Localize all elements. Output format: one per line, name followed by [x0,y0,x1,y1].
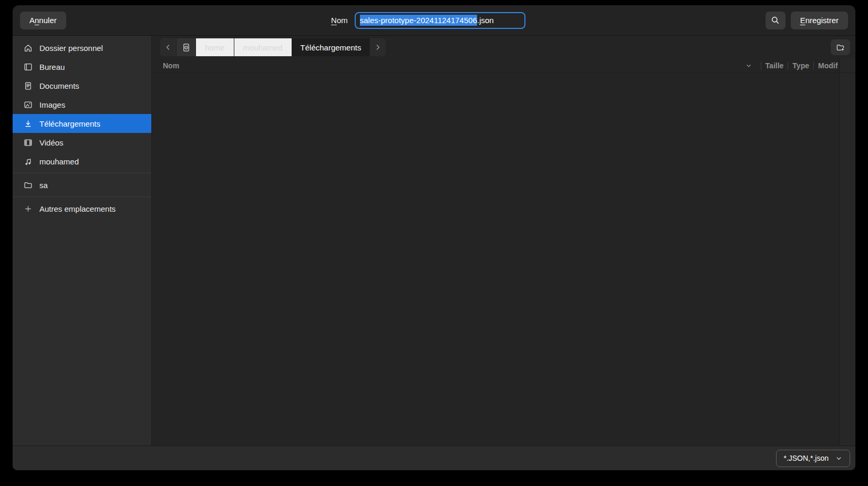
chevron-down-icon [835,454,843,462]
plus-icon [24,204,33,213]
image-icon [24,100,33,109]
headerbar-right-group: Enregistrer [766,12,848,29]
file-save-dialog: Annuler Nom sales-prototype-202411241745… [13,5,855,470]
column-header-modified[interactable]: Modif [818,61,839,70]
sidebar-item-label: Autres emplacements [39,204,116,213]
dialog-action-area: *.JSON,*.json [13,446,855,470]
sidebar-item-label: Téléchargements [39,119,100,128]
filter-value: *.JSON,*.json [783,454,829,462]
download-icon [24,119,33,128]
name-label-mnemonic: N [331,16,337,25]
search-icon [771,16,780,25]
desktop-icon [24,63,33,71]
save-label-post: nregistrer [805,16,839,25]
scrollbar-gutter [839,59,855,446]
chevron-left-icon [164,43,172,51]
column-divider [788,62,788,70]
column-header-name[interactable]: Nom [152,61,745,70]
sidebar-item-label: Dossier personnel [39,44,103,53]
column-header-right-group: Taille Type Modif [745,61,839,70]
folder-icon [24,181,33,190]
column-divider [761,62,761,70]
column-divider [813,62,814,70]
new-folder-button[interactable] [831,39,850,55]
file-type-filter-dropdown[interactable]: *.JSON,*.json [776,450,850,467]
cancel-label-pre: A [29,16,35,25]
filename-input[interactable]: sales-prototype-20241124174506.json [355,12,525,29]
sidebar-item-pictures[interactable]: Images [13,95,151,114]
home-icon [24,44,33,53]
file-browser-pane: home mouhamed Téléchargements [152,36,855,446]
screen-background: Annuler Nom sales-prototype-202411241745… [0,0,868,486]
breadcrumb-segment-home[interactable]: home [196,38,234,56]
column-header-size[interactable]: Taille [766,61,784,70]
sidebar-item-videos[interactable]: Vidéos [13,133,151,152]
path-forward-button[interactable] [370,38,386,56]
dialog-body: Dossier personnel Bureau [13,36,855,446]
sidebar-item-downloads[interactable]: Téléchargements [13,114,151,133]
chevron-down-icon[interactable] [745,62,752,69]
column-header-type[interactable]: Type [792,61,809,70]
chevron-right-icon [374,43,382,51]
filename-group: Nom sales-prototype-20241124174506.json [331,5,525,35]
sidebar-item-label: Images [39,100,65,109]
sidebar-item-label: sa [39,181,48,190]
drive-icon [182,43,191,52]
path-bar-row: home mouhamed Téléchargements [152,36,855,59]
sidebar-separator [13,173,151,173]
search-button[interactable] [766,12,786,29]
breadcrumb: home mouhamed Téléchargements [160,38,386,56]
breadcrumb-segment-mouhamed[interactable]: mouhamed [234,38,292,56]
film-icon [24,138,33,147]
breadcrumb-segment-telechargements[interactable]: Téléchargements [292,38,370,56]
sidebar-item-other-locations[interactable]: Autres emplacements [13,199,151,218]
file-list-empty-area[interactable] [152,73,855,446]
sidebar-item-label: Vidéos [39,138,64,147]
places-sidebar: Dossier personnel Bureau [13,36,152,446]
sidebar-item-sa-folder[interactable]: sa [13,175,151,194]
path-root-button[interactable] [177,38,195,56]
cancel-button[interactable]: Annuler [20,12,66,29]
save-button[interactable]: Enregistrer [791,12,848,29]
cancel-label-mnemonic: n [35,16,39,25]
filename-field-label: Nom [331,16,348,25]
sidebar-item-documents[interactable]: Documents [13,76,151,95]
document-icon [24,81,33,90]
sidebar-item-desktop[interactable]: Bureau [13,57,151,76]
sidebar-item-label: Bureau [39,63,65,71]
filename-extension-text: .json [477,15,494,26]
save-label-mnemonic: E [800,16,805,25]
filename-selected-text: sales-prototype-20241124174506 [360,15,477,26]
new-folder-icon [836,43,845,52]
path-back-button[interactable] [160,38,176,56]
name-label-post: om [337,16,348,25]
sidebar-item-home[interactable]: Dossier personnel [13,38,151,57]
cancel-label-post: nuler [39,16,56,25]
list-column-headers: Nom Taille Type Modif [152,59,855,73]
music-note-icon [24,157,33,166]
dialog-headerbar: Annuler Nom sales-prototype-202411241745… [13,5,855,36]
sidebar-item-music[interactable]: mouhamed [13,152,151,171]
sidebar-separator [13,197,151,197]
sidebar-item-label: Documents [39,81,79,90]
sidebar-item-label: mouhamed [39,157,79,166]
